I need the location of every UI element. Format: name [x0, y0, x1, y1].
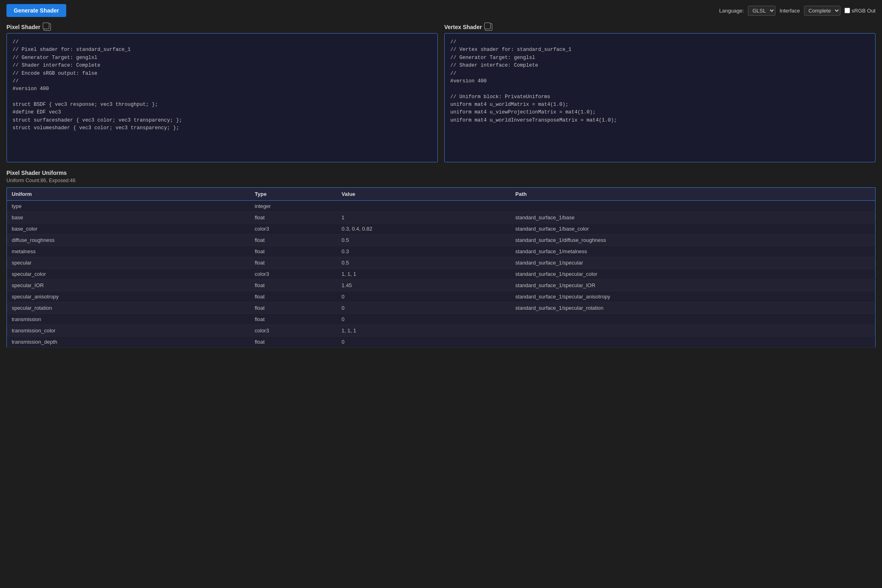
cell-type: color3 — [250, 223, 337, 235]
cell-value: 0 — [337, 291, 510, 302]
cell-value: 0 — [337, 302, 510, 314]
uniforms-table-body: typeintegerbasefloat1standard_surface_1/… — [7, 201, 876, 348]
cell-path — [510, 201, 875, 212]
srgb-checkbox[interactable] — [844, 8, 850, 13]
cell-uniform: transmission — [7, 314, 250, 325]
pixel-shader-copy-icon[interactable] — [44, 23, 51, 31]
cell-type: float — [250, 257, 337, 269]
cell-type: float — [250, 336, 337, 348]
table-row: metalnessfloat0.3standard_surface_1/meta… — [7, 246, 876, 257]
uniforms-section: Pixel Shader Uniforms Uniform Count:86, … — [0, 162, 882, 348]
vertex-shader-code-area[interactable]: // // Vertex shader for: standard_surfac… — [444, 33, 876, 162]
uniforms-table: Uniform Type Value Path typeintegerbasef… — [6, 187, 876, 348]
table-row: base_colorcolor30.3, 0.4, 0.82standard_s… — [7, 223, 876, 235]
cell-path: standard_surface_1/specular_rotation — [510, 302, 875, 314]
uniforms-header-row: Uniform Type Value Path — [7, 188, 876, 201]
cell-value: 0.3, 0.4, 0.82 — [337, 223, 510, 235]
cell-type: color3 — [250, 269, 337, 280]
cell-value: 1.45 — [337, 280, 510, 291]
cell-uniform: specular_anisotropy — [7, 291, 250, 302]
cell-path — [510, 325, 875, 336]
cell-uniform: transmission_depth — [7, 336, 250, 348]
interface-select[interactable]: Complete Reduced Minimal — [804, 6, 840, 16]
table-row: specular_colorcolor31, 1, 1standard_surf… — [7, 269, 876, 280]
table-row: specularfloat0.5standard_surface_1/specu… — [7, 257, 876, 269]
table-row: diffuse_roughnessfloat0.5standard_surfac… — [7, 235, 876, 246]
table-row: transmission_depthfloat0 — [7, 336, 876, 348]
table-row: typeinteger — [7, 201, 876, 212]
cell-uniform: transmission_color — [7, 325, 250, 336]
top-right-controls: Language: GLSL HLSL MSL Interface Comple… — [719, 6, 876, 16]
cell-value: 1, 1, 1 — [337, 269, 510, 280]
col-header-value: Value — [337, 188, 510, 201]
cell-path — [510, 336, 875, 348]
cell-value: 0 — [337, 336, 510, 348]
cell-value: 1, 1, 1 — [337, 325, 510, 336]
cell-path: standard_surface_1/specular_anisotropy — [510, 291, 875, 302]
col-header-path: Path — [510, 188, 875, 201]
pixel-shader-header: Pixel Shader — [6, 21, 438, 33]
cell-path: standard_surface_1/diffuse_roughness — [510, 235, 875, 246]
cell-path: standard_surface_1/specular_color — [510, 269, 875, 280]
language-select[interactable]: GLSL HLSL MSL — [748, 6, 775, 16]
table-row: transmissionfloat0 — [7, 314, 876, 325]
uniforms-title: Pixel Shader Uniforms — [6, 170, 876, 176]
vertex-shader-title: Vertex Shader — [444, 24, 482, 30]
cell-value: 0.5 — [337, 257, 510, 269]
cell-type: float — [250, 280, 337, 291]
cell-uniform: specular — [7, 257, 250, 269]
col-header-type: Type — [250, 188, 337, 201]
interface-label: Interface — [779, 8, 800, 14]
pixel-shader-code-area[interactable]: // // Pixel shader for: standard_surface… — [6, 33, 438, 162]
cell-type: float — [250, 291, 337, 302]
table-row: transmission_colorcolor31, 1, 1 — [7, 325, 876, 336]
srgb-label: sRGB Out — [852, 8, 876, 14]
cell-value: 0.5 — [337, 235, 510, 246]
cell-uniform: specular_IOR — [7, 280, 250, 291]
pixel-shader-panel: Pixel Shader // // Pixel shader for: sta… — [6, 21, 438, 162]
cell-value: 0 — [337, 314, 510, 325]
cell-uniform: specular_color — [7, 269, 250, 280]
cell-type: integer — [250, 201, 337, 212]
table-row: basefloat1standard_surface_1/base — [7, 212, 876, 223]
cell-uniform: metalness — [7, 246, 250, 257]
uniforms-table-head: Uniform Type Value Path — [7, 188, 876, 201]
vertex-shader-header: Vertex Shader — [444, 21, 876, 33]
generate-shader-button[interactable]: Generate Shader — [6, 4, 66, 17]
cell-type: float — [250, 235, 337, 246]
cell-uniform: base — [7, 212, 250, 223]
cell-path: standard_surface_1/specular_IOR — [510, 280, 875, 291]
srgb-checkbox-label[interactable]: sRGB Out — [844, 8, 876, 14]
cell-uniform: type — [7, 201, 250, 212]
cell-path: standard_surface_1/metalness — [510, 246, 875, 257]
vertex-shader-panel: Vertex Shader // // Vertex shader for: s… — [444, 21, 876, 162]
pixel-shader-title: Pixel Shader — [6, 24, 40, 30]
cell-type: float — [250, 246, 337, 257]
col-header-uniform: Uniform — [7, 188, 250, 201]
language-label: Language: — [719, 8, 744, 14]
cell-uniform: base_color — [7, 223, 250, 235]
vertex-shader-copy-icon[interactable] — [485, 23, 492, 31]
cell-type: color3 — [250, 325, 337, 336]
shader-panels-row: Pixel Shader // // Pixel shader for: sta… — [0, 21, 882, 162]
uniforms-count: Uniform Count:86, Exposed:46 — [6, 178, 876, 183]
cell-type: float — [250, 212, 337, 223]
table-row: specular_rotationfloat0standard_surface_… — [7, 302, 876, 314]
cell-path: standard_surface_1/base — [510, 212, 875, 223]
cell-path: standard_surface_1/base_color — [510, 223, 875, 235]
cell-type: float — [250, 314, 337, 325]
table-row: specular_IORfloat1.45standard_surface_1/… — [7, 280, 876, 291]
top-bar: Generate Shader Language: GLSL HLSL MSL … — [0, 0, 882, 21]
cell-type: float — [250, 302, 337, 314]
cell-uniform: diffuse_roughness — [7, 235, 250, 246]
pixel-shader-code: // // Pixel shader for: standard_surface… — [7, 34, 437, 137]
vertex-shader-code: // // Vertex shader for: standard_surfac… — [445, 34, 875, 129]
cell-uniform: specular_rotation — [7, 302, 250, 314]
cell-path: standard_surface_1/specular — [510, 257, 875, 269]
cell-value — [337, 201, 510, 212]
cell-path — [510, 314, 875, 325]
cell-value: 1 — [337, 212, 510, 223]
table-row: specular_anisotropyfloat0standard_surfac… — [7, 291, 876, 302]
cell-value: 0.3 — [337, 246, 510, 257]
